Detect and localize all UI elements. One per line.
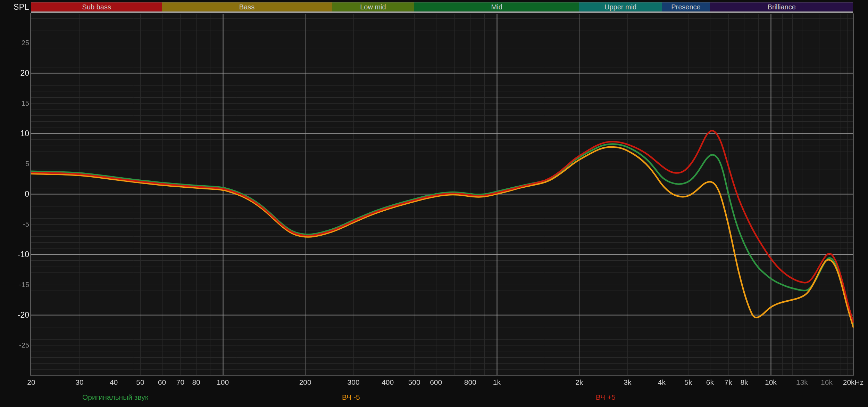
x-tick-label: 70	[176, 378, 184, 386]
band-segment-mid: Mid	[414, 2, 579, 13]
x-tick-label: 13k	[796, 378, 808, 386]
x-tick-label: 7k	[725, 378, 732, 386]
legend-item-3[interactable]: ВЧ +5	[596, 393, 616, 401]
x-tick-label: 6k	[706, 378, 714, 386]
x-tick-label: 16k	[821, 378, 833, 386]
x-tick-label: 5k	[684, 378, 692, 386]
y-tick-label: 15	[0, 99, 29, 108]
y-tick-label: 5	[0, 159, 29, 168]
frequency-response-chart	[0, 0, 868, 407]
band-label: Brilliance	[768, 3, 796, 11]
x-tick-label: 800	[464, 378, 476, 386]
y-tick-label: -25	[0, 341, 29, 350]
frequency-response-panel: SPL Sub bassBassLow midMidUpper midPrese…	[0, 0, 868, 407]
x-tick-label: 300	[348, 378, 360, 386]
y-tick-label: 10	[0, 129, 29, 138]
y-tick-label: 25	[0, 38, 29, 47]
band-segment-sub-bass: Sub bass	[31, 2, 162, 13]
x-tick-label: 3k	[624, 378, 631, 386]
x-tick-label: 60	[158, 378, 166, 386]
x-tick-label: 20	[27, 378, 35, 386]
x-tick-label: 400	[382, 378, 394, 386]
x-tick-label: 500	[408, 378, 420, 386]
band-segment-brilliance: Brilliance	[710, 2, 853, 13]
x-tick-label: 2k	[575, 378, 583, 386]
band-segment-presence: Presence	[662, 2, 710, 13]
y-axis-unit-label: SPL	[0, 2, 29, 12]
legend-item-2[interactable]: ВЧ -5	[342, 393, 360, 401]
x-tick-label: 30	[75, 378, 83, 386]
x-tick-label: 40	[110, 378, 118, 386]
band-label: Mid	[491, 3, 502, 11]
x-tick-label: 4k	[658, 378, 666, 386]
x-tick-label: 20kHz	[843, 378, 864, 386]
x-tick-label: 1k	[493, 378, 501, 386]
band-segment-upper-mid: Upper mid	[579, 2, 662, 13]
x-tick-label: 8k	[740, 378, 748, 386]
band-label: Bass	[239, 3, 254, 11]
x-tick-label: 200	[299, 378, 311, 386]
y-tick-label: 20	[0, 68, 29, 78]
band-segment-low-mid: Low mid	[332, 2, 415, 13]
band-label: Sub bass	[82, 3, 111, 11]
x-tick-label: 600	[430, 378, 442, 386]
band-label: Presence	[671, 3, 701, 11]
y-tick-label: -20	[0, 310, 29, 319]
band-label: Low mid	[360, 3, 386, 11]
x-tick-label: 50	[136, 378, 144, 386]
x-tick-label: 10k	[765, 378, 777, 386]
x-tick-label: 100	[217, 378, 229, 386]
x-tick-label: 80	[192, 378, 200, 386]
y-tick-label: -15	[0, 280, 29, 289]
band-segment-bass: Bass	[162, 2, 332, 13]
y-tick-label: -5	[0, 220, 29, 229]
y-tick-label: 0	[0, 189, 29, 198]
y-tick-label: -10	[0, 250, 29, 259]
band-label: Upper mid	[604, 3, 636, 11]
legend-item-1[interactable]: Оригинальный звук	[82, 393, 148, 401]
